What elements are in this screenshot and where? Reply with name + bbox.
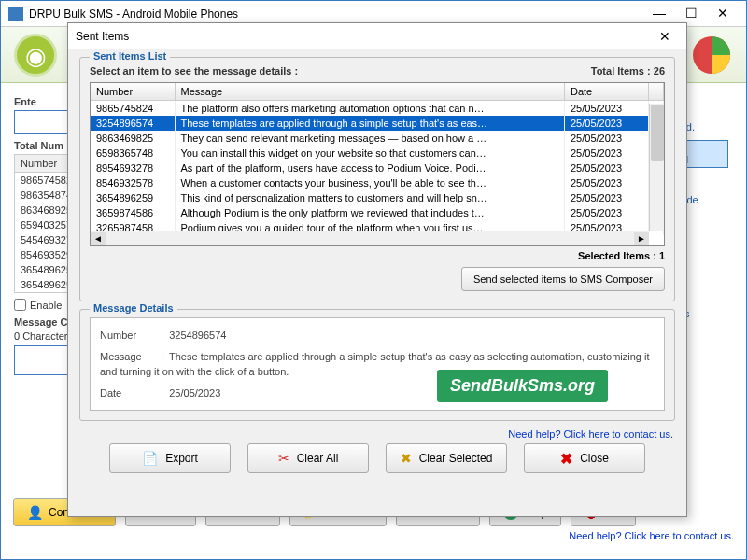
selected-items-count: Selected Items : 1 [90,250,665,261]
table-row[interactable]: 3659874586Although Podium is the only pl… [91,205,664,220]
detail-number: 3254896574 [169,329,226,341]
export-button[interactable]: Export [109,443,231,473]
sent-items-table[interactable]: Number Message Date 9865745824The platfo… [90,82,665,246]
instruction-text: Select an item to see the message detail… [90,65,298,77]
maximize-button[interactable]: ☐ [675,4,707,24]
minimize-button[interactable]: — [643,4,675,24]
dialog-close-action-button[interactable]: Close [524,443,645,473]
contact-icon [27,505,43,520]
android-icon [14,34,57,77]
dialog-title: Sent Items [76,30,129,43]
table-row[interactable]: 3654896259This kind of personalization m… [91,190,664,205]
detail-date: 25/05/2023 [169,387,220,399]
table-row[interactable]: 9863469825They can send relevant marketi… [91,131,664,146]
details-legend: Message Details [90,302,177,314]
table-row[interactable]: 3254896574These templates are applied th… [91,116,664,131]
clear-selected-icon [401,451,412,466]
col-message[interactable]: Message [175,83,565,101]
clear-all-button[interactable]: Clear All [247,443,369,473]
dialog-titlebar: Sent Items ✕ [68,23,686,49]
table-row[interactable]: 6598365748You can install this widget on… [91,146,664,161]
enable-checkbox[interactable] [14,299,26,311]
table-row[interactable]: 8546932578When a customer contacts your … [91,175,664,190]
clear-selected-button[interactable]: Clear Selected [386,443,507,473]
col-number[interactable]: Number [91,83,175,101]
clear-all-icon [278,451,289,466]
sent-items-legend: Sent Items List [90,50,170,62]
sent-items-dialog: Sent Items ✕ Sent Items List Select an i… [67,22,687,517]
app-icon [8,7,23,21]
total-items-text: Total Items : 26 [591,65,665,77]
table-row[interactable]: 8954693278As part of the platform, users… [91,161,664,175]
dialog-close-button[interactable]: ✕ [651,29,679,44]
vertical-scrollbar[interactable] [649,104,664,231]
message-details-group: Message Details Number : 3254896574 Mess… [79,309,675,421]
sent-items-group: Sent Items List Select an item to see th… [79,57,675,301]
col-date[interactable]: Date [565,83,649,101]
pie-chart-icon [690,34,733,77]
dialog-help-link[interactable]: Need help? Click here to contact us. [81,428,673,440]
main-title: DRPU Bulk SMS - Android Mobile Phones [29,7,238,21]
close-icon [560,450,572,468]
close-button[interactable]: ✕ [707,4,739,24]
details-box: Number : 3254896574 Message : These temp… [90,317,665,411]
enable-label: Enable [30,300,62,311]
horizontal-scrollbar[interactable]: ◄► [91,231,649,245]
watermark: SendBulkSms.org [437,370,608,402]
export-icon [142,451,158,466]
help-link[interactable]: Need help? Click here to contact us. [13,530,734,541]
send-to-composer-button[interactable]: Send selected items to SMS Composer [461,267,665,291]
table-row[interactable]: 9865745824The platform also offers marke… [91,101,664,117]
